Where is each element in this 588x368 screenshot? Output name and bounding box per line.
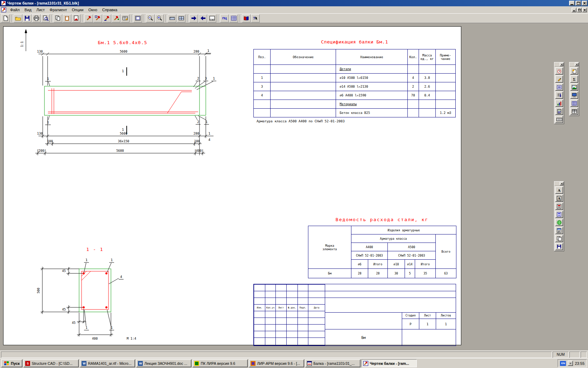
cells-button[interactable] bbox=[570, 108, 578, 115]
levels-button[interactable] bbox=[555, 100, 563, 107]
image-button[interactable] bbox=[570, 83, 578, 91]
pc-mode-button[interactable]: ПЦ bbox=[220, 14, 229, 22]
font-box-button[interactable]: A bbox=[555, 195, 563, 202]
insert-doc-button[interactable] bbox=[555, 203, 563, 210]
grid-icon bbox=[572, 101, 577, 105]
next-sheet-button[interactable] bbox=[189, 14, 198, 22]
spec-header-desig: Обозначение bbox=[271, 49, 336, 65]
sheet-layout-button[interactable] bbox=[208, 14, 216, 22]
save-button[interactable] bbox=[23, 14, 31, 22]
steel-header-subtotal: Итого bbox=[368, 260, 388, 269]
mdi-restore-button[interactable] bbox=[577, 8, 582, 12]
palette-views: Σ bbox=[569, 62, 579, 116]
tool-hammer-3-button[interactable] bbox=[103, 14, 111, 22]
globe-icon bbox=[557, 220, 562, 225]
image-icon bbox=[572, 85, 577, 89]
steel-header-d6: ∅6 bbox=[351, 260, 368, 269]
mdi-close-button[interactable] bbox=[582, 8, 587, 12]
copy-doc-button[interactable] bbox=[555, 235, 563, 242]
dim-style-2-button[interactable] bbox=[177, 14, 186, 22]
num-lock-indicator: NUM bbox=[553, 352, 569, 358]
dim-style-1-button[interactable] bbox=[168, 14, 176, 22]
maximize-button[interactable] bbox=[575, 1, 581, 6]
menu-sheet[interactable]: Лист bbox=[34, 7, 47, 13]
sheet-label-cell: Лист bbox=[419, 312, 436, 319]
prev-sheet-button[interactable] bbox=[198, 14, 207, 22]
dim-500: 500 bbox=[37, 288, 40, 293]
mdi-workspace: Бм.1 5.6x0.4x0.5 Спецификация балки Бм.1… bbox=[0, 23, 588, 350]
list-button[interactable] bbox=[555, 83, 563, 91]
clock[interactable]: 23:55 bbox=[575, 361, 584, 366]
menu-options[interactable]: Опции bbox=[69, 7, 86, 13]
tool-hammer-2-button[interactable] bbox=[93, 14, 102, 22]
sort-button[interactable] bbox=[555, 91, 563, 99]
menu-file[interactable]: Файл bbox=[8, 7, 22, 13]
hammer-icon bbox=[95, 15, 101, 21]
zoom-out-button[interactable] bbox=[146, 14, 155, 22]
callout-num: 1 bbox=[208, 131, 210, 135]
taskbar-item-lira[interactable]: ПК ЛИРА версия 9.6 bbox=[192, 359, 248, 367]
menu-view[interactable]: Вид bbox=[22, 7, 34, 13]
start-button[interactable]: Пуск bbox=[1, 359, 22, 367]
menu-help[interactable]: Справка bbox=[100, 7, 120, 13]
sum-button[interactable]: Σ bbox=[570, 75, 578, 83]
taskbar-item-balka[interactable]: Балка - [rama1101r31_... bbox=[305, 359, 360, 367]
menu-window[interactable]: Окно bbox=[86, 7, 100, 13]
taskbar-item-lirarm[interactable]: ЛИР-АРМ версия 9.6 - [... bbox=[249, 359, 304, 367]
context-help-button[interactable]: ? bbox=[251, 14, 260, 22]
tool-hammer-4-button[interactable] bbox=[112, 14, 120, 22]
minimize-button[interactable] bbox=[569, 1, 575, 6]
report-button[interactable] bbox=[555, 227, 563, 234]
tray-chevron-button[interactable]: « bbox=[568, 361, 573, 366]
tif-export-button[interactable] bbox=[555, 211, 563, 218]
print-button[interactable] bbox=[32, 14, 41, 22]
calc-button[interactable] bbox=[555, 108, 563, 115]
new-drawing-button[interactable] bbox=[1, 14, 10, 22]
taskbar-item-scad[interactable]: S Structure CAD - [C:\SD... bbox=[23, 359, 79, 367]
close-button[interactable] bbox=[575, 63, 579, 66]
copy-button[interactable] bbox=[54, 14, 62, 22]
grid-button[interactable] bbox=[570, 100, 578, 107]
windows-logo-icon bbox=[4, 361, 9, 366]
text-button[interactable]: A bbox=[555, 186, 563, 194]
monitor-button[interactable] bbox=[570, 91, 578, 99]
dim-400: 400 bbox=[196, 149, 202, 152]
web-export-button[interactable] bbox=[555, 219, 563, 226]
dimension-bar-icon bbox=[169, 15, 175, 21]
zoom-in-button[interactable] bbox=[155, 14, 164, 22]
rebar-leaders-bottom bbox=[45, 116, 209, 125]
menu-fragment[interactable]: Фрагмент bbox=[47, 7, 69, 13]
close-button[interactable] bbox=[560, 63, 564, 66]
close-button[interactable] bbox=[560, 182, 564, 185]
taskbar-item-word-rama[interactable]: W RAMA1401_ar.rtf - Micro... bbox=[80, 359, 135, 367]
edit-table-button[interactable] bbox=[121, 14, 130, 22]
palette-titlebar[interactable] bbox=[554, 62, 564, 67]
close-button[interactable] bbox=[582, 1, 587, 6]
open-button[interactable] bbox=[14, 14, 22, 22]
tool-hammer-1-button[interactable] bbox=[84, 14, 93, 22]
sigma-icon: Σ bbox=[573, 77, 575, 81]
dim-45: 45 bbox=[72, 321, 76, 325]
new-star-button[interactable] bbox=[570, 67, 578, 75]
keyboard-button[interactable] bbox=[555, 116, 563, 123]
steel-table: Маркаэлемента Изделия арматурные Арматур… bbox=[308, 226, 456, 278]
print-preview-button[interactable] bbox=[41, 14, 50, 22]
fragment-button[interactable] bbox=[72, 14, 80, 22]
drawing-page[interactable]: Бм.1 5.6x0.4x0.5 Спецификация балки Бм.1… bbox=[3, 26, 461, 345]
edit-button[interactable] bbox=[555, 75, 563, 83]
spec-table: Поз. Обозначение Наименование Кол. Масса… bbox=[253, 49, 456, 117]
spec-header-mass: Массаед., кг bbox=[419, 49, 435, 65]
save-doc-button[interactable] bbox=[555, 243, 563, 250]
paste-button[interactable] bbox=[63, 14, 71, 22]
taskbar-item-drawing[interactable]: Чертеж балки - [ram... bbox=[362, 359, 417, 367]
frame-button[interactable] bbox=[133, 14, 142, 22]
mdi-minimize-button[interactable] bbox=[572, 8, 576, 12]
new-page-icon bbox=[2, 15, 9, 21]
palette-titlebar[interactable] bbox=[569, 62, 579, 67]
help-contents-button[interactable] bbox=[242, 14, 251, 22]
language-indicator[interactable]: EN bbox=[560, 361, 566, 366]
alarm-button[interactable] bbox=[555, 67, 563, 75]
palette-titlebar[interactable] bbox=[554, 182, 564, 186]
taskbar-item-word-lecture[interactable]: W Лекция ЗАОЧН901.doc ... bbox=[136, 359, 191, 367]
spec-table-button[interactable] bbox=[229, 14, 238, 22]
